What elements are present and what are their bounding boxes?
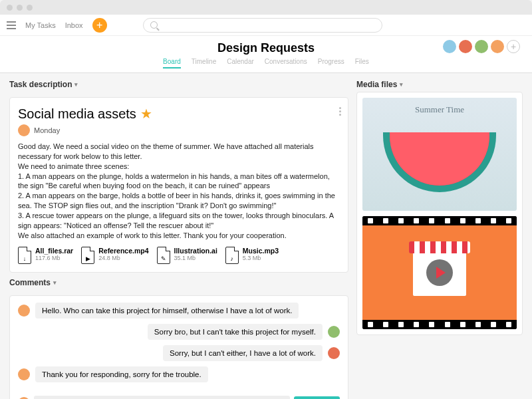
add-button[interactable]: + bbox=[92, 18, 107, 33]
avatar[interactable] bbox=[443, 40, 456, 53]
header: Design Requests + bbox=[0, 36, 532, 55]
add-member-button[interactable]: + bbox=[507, 40, 520, 53]
chevron-down-icon: ▾ bbox=[400, 81, 403, 88]
attachment[interactable]: ✎Illustration.ai35.1 Mb bbox=[157, 247, 217, 264]
file-icon: ▶ bbox=[81, 247, 94, 264]
comment-avatar[interactable] bbox=[328, 326, 340, 338]
attachment-list: ↓All_files.rar117.6 Mb▶Reference.mp424.8… bbox=[18, 247, 340, 264]
comment-input[interactable] bbox=[34, 396, 290, 399]
topbar: My Tasks Inbox + bbox=[0, 15, 532, 36]
task-date: Monday bbox=[34, 126, 60, 134]
comment-row: Hello. Who can take this project for him… bbox=[18, 303, 340, 319]
file-icon: ✎ bbox=[157, 247, 170, 264]
task-more-icon[interactable] bbox=[339, 107, 341, 116]
avatar[interactable] bbox=[459, 40, 472, 53]
chevron-down-icon: ▾ bbox=[53, 279, 57, 286]
nav-inbox[interactable]: Inbox bbox=[65, 21, 83, 29]
section-task-description[interactable]: Task description ▾ bbox=[9, 80, 348, 89]
tab-board[interactable]: Board bbox=[163, 58, 181, 68]
illustration-watermelon bbox=[383, 132, 496, 192]
play-icon[interactable] bbox=[426, 259, 453, 286]
task-title: Social media assets ★ bbox=[18, 106, 340, 122]
tab-timeline[interactable]: Timeline bbox=[192, 58, 216, 68]
traffic-light-min[interactable] bbox=[17, 5, 23, 11]
tab-progress[interactable]: Progress bbox=[318, 58, 344, 68]
comment-bubble: Sorry bro, but I can't take this project… bbox=[148, 324, 323, 340]
comment-row: Thank you for responding, sorry for the … bbox=[18, 366, 340, 382]
section-media-files[interactable]: Media files ▾ bbox=[356, 80, 523, 89]
file-icon: ↓ bbox=[18, 247, 31, 264]
comment-avatar[interactable] bbox=[18, 305, 30, 317]
file-size: 35.1 Mb bbox=[174, 255, 217, 261]
attachment[interactable]: ▶Reference.mp424.8 Mb bbox=[81, 247, 148, 264]
task-title-text: Social media assets bbox=[18, 106, 136, 122]
comment-row: Sorry bro, but I can't take this project… bbox=[18, 324, 340, 340]
comment-bubble: Sorry, but I can't either, I have a lot … bbox=[163, 345, 323, 361]
nav-my-tasks[interactable]: My Tasks bbox=[25, 21, 56, 29]
comments-panel: Hello. Who can take this project for him… bbox=[9, 295, 348, 399]
task-body: Good day. We need a social video on the … bbox=[18, 142, 340, 240]
section-label: Media files bbox=[356, 80, 397, 89]
media-panel: Summer Time bbox=[356, 92, 523, 335]
comment-bubble: Thank you for responding, sorry for the … bbox=[35, 366, 208, 382]
menu-icon[interactable] bbox=[7, 21, 16, 29]
send-button[interactable]: SEND bbox=[294, 396, 340, 399]
avatar[interactable] bbox=[491, 40, 504, 53]
tab-calendar[interactable]: Calendar bbox=[227, 58, 254, 68]
star-icon[interactable]: ★ bbox=[140, 106, 152, 122]
file-size: 24.8 Mb bbox=[98, 255, 148, 261]
comment-avatar[interactable] bbox=[328, 347, 340, 359]
file-name: Illustration.ai bbox=[174, 247, 217, 255]
file-name: Music.mp3 bbox=[243, 247, 279, 255]
attachment[interactable]: ♪Music.mp35.3 Mb bbox=[225, 247, 279, 264]
film-strip-icon bbox=[362, 320, 517, 329]
file-icon: ♪ bbox=[225, 247, 239, 264]
comment-avatar[interactable] bbox=[18, 368, 30, 380]
window-chrome bbox=[0, 0, 532, 15]
media-thumbnail-image[interactable]: Summer Time bbox=[362, 98, 517, 211]
traffic-light-close[interactable] bbox=[7, 5, 13, 11]
file-size: 5.3 Mb bbox=[243, 255, 279, 261]
file-name: All_files.rar bbox=[35, 247, 73, 255]
member-avatars: + bbox=[443, 40, 520, 53]
author-avatar[interactable] bbox=[18, 124, 30, 136]
task-byline: Monday bbox=[18, 124, 340, 136]
tab-files[interactable]: Files bbox=[355, 58, 369, 68]
file-name: Reference.mp4 bbox=[98, 247, 148, 255]
search-icon bbox=[150, 21, 158, 29]
avatar[interactable] bbox=[475, 40, 488, 53]
task-card: Social media assets ★ Monday Good day. W… bbox=[9, 97, 348, 273]
comment-bubble: Hello. Who can take this project for him… bbox=[35, 303, 299, 319]
film-strip-icon bbox=[362, 216, 517, 225]
comment-composer: SEND bbox=[18, 396, 340, 399]
section-comments[interactable]: Comments ▾ bbox=[9, 278, 348, 287]
chevron-down-icon: ▾ bbox=[74, 81, 78, 88]
search-input[interactable] bbox=[143, 18, 382, 33]
view-tabs: BoardTimelineCalendarConversationsProgre… bbox=[0, 55, 532, 73]
section-label: Comments bbox=[9, 278, 51, 287]
tab-conversations[interactable]: Conversations bbox=[265, 58, 307, 68]
file-size: 117.6 Mb bbox=[35, 255, 73, 261]
media-caption: Summer Time bbox=[362, 104, 517, 115]
media-thumbnail-video[interactable] bbox=[362, 216, 517, 329]
comment-row: Sorry, but I can't either, I have a lot … bbox=[18, 345, 340, 361]
section-label: Task description bbox=[9, 80, 72, 89]
attachment[interactable]: ↓All_files.rar117.6 Mb bbox=[18, 247, 73, 264]
traffic-light-max[interactable] bbox=[27, 5, 33, 11]
